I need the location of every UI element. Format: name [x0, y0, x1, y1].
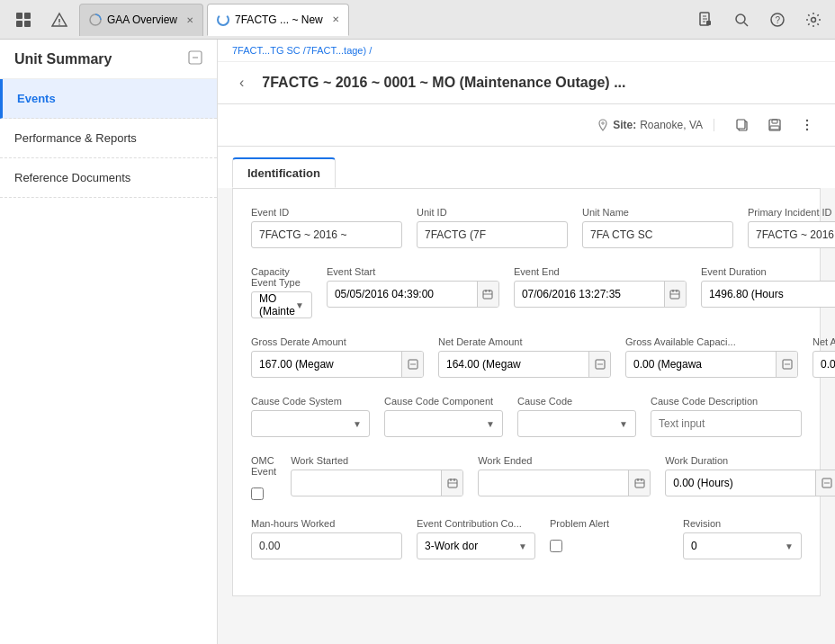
sidebar-title: Unit Summary	[14, 51, 112, 67]
gross-derate-input[interactable]	[252, 358, 401, 371]
work-started-input[interactable]	[292, 477, 441, 489]
primary-incident-id-input[interactable]	[748, 221, 835, 248]
tab-gaa-overview[interactable]: GAA Overview ✕	[79, 4, 203, 36]
work-duration-field	[665, 470, 835, 496]
svg-point-14	[736, 14, 745, 23]
svg-rect-2	[16, 21, 22, 27]
gross-available-input[interactable]	[626, 358, 776, 371]
work-ended-label: Work Ended	[478, 455, 651, 466]
svg-rect-48	[448, 479, 457, 487]
field-cause-code-component: Cause Code Component ▼	[384, 396, 503, 437]
field-primary-incident-id: Primary Incident ID	[748, 207, 835, 248]
cause-code-select[interactable]: ▼	[517, 410, 636, 437]
field-event-start: Event Start	[327, 266, 499, 318]
cause-code-arrow: ▼	[619, 419, 628, 429]
event-end-input[interactable]	[515, 288, 664, 300]
capacity-event-type-arrow: ▼	[295, 300, 304, 310]
save-icon-btn[interactable]	[761, 112, 788, 139]
sidebar-collapse-btn[interactable]	[188, 50, 202, 67]
revision-select[interactable]: 0 ▼	[683, 532, 802, 559]
document-icon-btn[interactable]	[691, 5, 720, 34]
sidebar-item-events[interactable]: Events	[0, 79, 217, 119]
calendar-icon-ws	[447, 478, 458, 488]
net-available-input[interactable]	[813, 358, 835, 371]
svg-point-28	[806, 124, 808, 126]
more-options-btn[interactable]	[794, 112, 821, 139]
field-event-end: Event End	[514, 266, 687, 318]
work-started-calendar-icon[interactable]	[441, 470, 462, 496]
sidebar-item-events-label: Events	[17, 92, 56, 105]
man-hours-input[interactable]	[251, 532, 402, 559]
problem-alert-checkbox[interactable]	[550, 540, 562, 552]
net-derate-icon[interactable]	[588, 352, 610, 377]
site-actions	[729, 112, 821, 139]
field-event-duration: Event Duration	[701, 266, 835, 318]
sidebar-item-reference[interactable]: Reference Documents	[0, 158, 217, 198]
record-title: 7FACTG ~ 2016 ~ 0001 ~ MO (Maintenance O…	[262, 75, 821, 91]
form-row-5: OMC Event Work Started	[251, 455, 802, 500]
unit-id-input[interactable]	[417, 221, 568, 248]
copy-icon-btn[interactable]	[729, 112, 756, 139]
gaa-tab-close[interactable]: ✕	[186, 15, 193, 25]
search-icon	[733, 12, 750, 28]
work-ended-input[interactable]	[479, 477, 628, 489]
work-duration-icon[interactable]	[815, 470, 835, 496]
work-duration-label: Work Duration	[665, 455, 835, 466]
capacity-event-type-select[interactable]: MO (Mainte ▼	[251, 291, 312, 318]
help-icon-btn[interactable]: ?	[763, 5, 792, 34]
cause-code-description-label: Cause Code Description	[651, 396, 802, 407]
omc-event-checkbox[interactable]	[251, 487, 264, 500]
event-end-calendar-icon[interactable]	[664, 282, 686, 307]
field-unit-name: Unit Name	[582, 207, 733, 248]
event-start-calendar-icon[interactable]	[477, 282, 498, 307]
tab-identification[interactable]: Identification	[232, 157, 336, 188]
field-cause-code: Cause Code ▼	[517, 396, 636, 437]
unit-name-input[interactable]	[582, 221, 733, 248]
cause-code-system-arrow: ▼	[353, 419, 362, 429]
event-start-field	[327, 281, 499, 308]
net-derate-field	[438, 351, 611, 378]
event-duration-input[interactable]	[702, 288, 835, 300]
net-derate-input[interactable]	[439, 358, 588, 371]
gear-icon	[805, 12, 822, 28]
event-contribution-arrow: ▼	[518, 541, 527, 551]
site-label: Site:	[613, 119, 636, 131]
field-gross-available: Gross Available Capaci...	[625, 336, 798, 378]
svg-point-29	[806, 129, 808, 130]
work-duration-input[interactable]	[666, 477, 815, 489]
search-icon-btn[interactable]	[727, 5, 756, 34]
event-start-input[interactable]	[328, 288, 477, 300]
event-duration-label: Event Duration	[701, 266, 835, 277]
sidebar-item-reference-label: Reference Documents	[14, 171, 130, 184]
grid-tab-icon[interactable]	[7, 4, 40, 36]
content-area: 7FACT...TG SC /7FACT...tage) / ‹ 7FACTG …	[218, 40, 835, 644]
gaa-tab-label: GAA Overview	[107, 13, 177, 26]
gross-available-field	[625, 351, 798, 378]
svg-rect-34	[670, 291, 679, 299]
field-cause-code-description: Cause Code Description	[651, 396, 802, 437]
tab-7factg[interactable]: 7FACTG ... ~ New ✕	[207, 4, 349, 36]
problem-alert-label: Problem Alert	[550, 518, 669, 529]
calc-icon-4	[595, 359, 606, 370]
breadcrumb[interactable]: 7FACT...TG SC /7FACT...tage) /	[218, 40, 835, 62]
gross-derate-icon[interactable]	[401, 352, 423, 377]
triangle-tab-icon[interactable]	[43, 4, 76, 36]
form-body: Event ID Unit ID Unit Name Primary Incid…	[232, 188, 821, 596]
save-icon	[768, 118, 782, 132]
event-id-input[interactable]	[251, 221, 402, 248]
sidebar-item-performance[interactable]: Performance & Reports	[0, 119, 217, 158]
work-ended-calendar-icon[interactable]	[628, 470, 650, 496]
back-button[interactable]: ‹	[232, 71, 251, 94]
field-work-started: Work Started	[291, 455, 463, 500]
event-contribution-select[interactable]: 3-Work dor ▼	[417, 532, 535, 559]
7factg-tab-close[interactable]: ✕	[332, 14, 339, 24]
cause-code-description-input[interactable]	[651, 410, 802, 437]
field-omc-event: OMC Event	[251, 455, 276, 500]
cause-code-system-select[interactable]: ▼	[251, 410, 370, 437]
cause-code-component-select[interactable]: ▼	[384, 410, 503, 437]
svg-point-6	[58, 23, 60, 25]
form-row-2: Capacity Event Type MO (Mainte ▼ Event S…	[251, 266, 802, 318]
field-event-id: Event ID	[251, 207, 402, 248]
settings-icon-btn[interactable]	[799, 5, 828, 34]
gross-available-icon[interactable]	[776, 352, 797, 377]
